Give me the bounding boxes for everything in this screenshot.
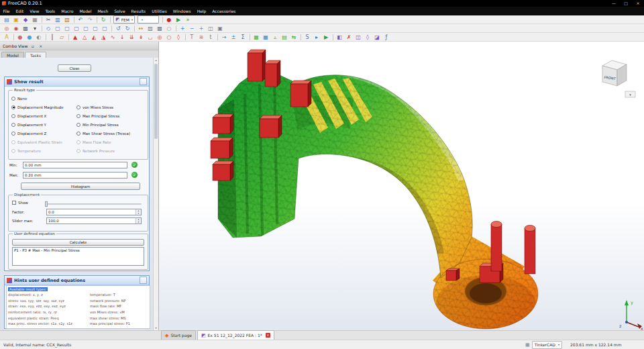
fit-selection-icon[interactable]: ◉ [12,25,20,32]
fem-material-reinforced-icon[interactable]: ◐ [35,34,43,41]
fem-mesh-group-icon[interactable]: ▤ [280,34,288,41]
fem-constraint-gear-icon[interactable]: ◎ [156,34,164,41]
fem-beam-section-icon[interactable]: ┃ [48,34,56,41]
radio-temperature[interactable]: Temperature [11,146,76,155]
fem-model-body[interactable] [159,42,644,330]
fem-solver-control-icon[interactable]: ▸ [313,34,321,41]
radio-displacement-y[interactable]: Displacement Y [11,120,76,129]
menu-windows[interactable]: Windows [170,7,194,15]
fem-constraint-plane-rotation-icon[interactable]: ◊ [174,34,182,41]
close-button[interactable]: × [632,0,644,7]
measure-distance-icon[interactable]: ↔ [137,25,145,32]
fem-post-function-icon[interactable]: ƒ [382,34,390,41]
menu-tools[interactable]: Tools [42,7,58,15]
open-file-icon[interactable]: ▣ [12,16,20,23]
texture-mapping-icon[interactable]: ▩ [156,25,164,32]
fem-constraint-initial-temperature-icon[interactable]: t [207,34,215,41]
calculate-button[interactable]: Calculate [12,239,144,246]
fem-mesh-netgen-icon[interactable]: ▦ [262,34,270,41]
fem-constraint-pulley-icon[interactable]: ○ [165,34,173,41]
rotate-left-icon[interactable]: ↺ [114,25,122,32]
radio-mass-flow-rate[interactable]: Mass Flow Rate [76,138,146,146]
show-checkbox[interactable] [12,201,16,205]
radio-displacement-x[interactable]: Displacement X [11,111,76,120]
new-file-icon[interactable]: ▤ [3,16,11,23]
fem-mesh-gmsh-icon[interactable]: ▦ [252,34,260,41]
3d-viewport[interactable]: FRONT ▾ y x z [159,42,644,330]
menu-accessories[interactable]: Accessories [209,7,239,15]
draw-style-arrow-icon[interactable]: ▾ [31,25,39,32]
fem-equation-icon[interactable]: Σ [239,34,247,41]
maximize-button[interactable]: □ [620,0,632,7]
radio-displacement-z[interactable]: Displacement Z [11,129,76,138]
fem-post-pipeline-icon[interactable]: ◫ [354,34,362,41]
redo-icon[interactable]: ↷ [86,16,94,23]
axis-cross-icon[interactable]: + [197,25,205,32]
tab-close-icon[interactable]: × [266,333,270,338]
fem-shell-thickness-icon[interactable]: ▱ [58,34,66,41]
stereo-view-icon[interactable]: ◫ [207,25,215,32]
toggle-visibility-icon[interactable]: ○ [165,25,173,32]
fem-post-warp-filter-icon[interactable]: ◊ [364,34,372,41]
copy-icon[interactable]: ▥ [54,16,62,23]
view-front-icon[interactable]: ▢ [54,25,62,32]
view-left-icon[interactable]: ▢ [101,25,109,32]
displacement-slider-handle[interactable] [45,201,48,207]
panel-float-icon[interactable]: ▫ [30,44,36,48]
menu-utilities[interactable]: Utilities [149,7,170,15]
radio-von-mises-stress[interactable]: von Mises Stress [76,103,146,111]
fem-constraint-self-weight-icon[interactable]: ↡ [137,34,145,41]
fem-constraint-bearing-icon[interactable]: ◡ [146,34,154,41]
draw-style-icon[interactable]: ▩ [21,25,30,32]
factor-spinbox[interactable]: 0.0 ▴▾ [46,209,142,215]
nav-cube-menu-button[interactable]: ▾ [625,91,635,97]
menu-results[interactable]: Results [128,7,149,15]
menu-file[interactable]: File [0,7,13,15]
fem-constraint-contact-icon[interactable]: ◭ [90,34,98,41]
navigation-style-selector[interactable]: TinkerCAD ▾ [532,341,562,349]
minimize-button[interactable]: — [608,0,620,7]
radio-displacement-magnitude[interactable]: Displacement Magnitude [11,103,76,111]
fem-solver-calculix-icon[interactable]: S [303,34,311,41]
fem-result-show-icon[interactable]: ◧ [335,34,343,41]
factor-spin-arrows[interactable]: ▴▾ [136,209,141,215]
document-tab-start-page[interactable]: ◆Start page [161,330,196,340]
radio-min-principal-stress[interactable]: Min Principal Stress [76,120,146,129]
view-bottom-icon[interactable]: ▢ [91,25,99,32]
panel-close-icon[interactable]: × [38,44,44,48]
dock-views-icon[interactable]: ▣ [216,25,224,32]
radio-equivalent-plastic-strain[interactable]: Equivalent Plastic Strain [11,138,76,146]
menu-edit[interactable]: Edit [13,7,27,15]
workbench-selector[interactable]: ◩FEM▾ [113,15,135,23]
equation-input[interactable]: P1 - P3 # Max - Min Principal Stress [12,247,144,266]
menu-view[interactable]: View [27,7,42,15]
save-icon[interactable]: ◆ [21,16,30,23]
macro-record-icon[interactable]: ● [165,16,173,23]
macro-play-icon[interactable]: ▶ [174,16,182,23]
menu-macro[interactable]: Macro [58,7,76,15]
fem-constraint-temperature-icon[interactable]: T [188,34,196,41]
navigation-cube[interactable]: FRONT ▾ [602,60,635,97]
view-rear-icon[interactable]: ▢ [82,25,90,32]
cut-icon[interactable]: ✂ [44,16,52,23]
fem-constraint-force-icon[interactable]: ↓ [118,34,126,41]
fem-mesh-refinement-icon[interactable]: ▵ [271,34,279,41]
slider-max-spin-arrows[interactable]: ▴▾ [136,218,141,223]
radio-none[interactable]: None [11,94,76,103]
section-collapse-button[interactable] [140,78,147,85]
fem-material-solid-icon[interactable]: ● [16,34,24,41]
refresh-icon[interactable]: ↻ [99,16,107,23]
macro-selector[interactable]: ▾ [138,15,159,23]
fem-post-scalar-clip-icon[interactable]: ◪ [373,34,381,41]
fem-constraint-heatflux-icon[interactable]: ≋ [197,34,205,41]
panel-scrollbar[interactable]: ▴ ▾ [153,58,158,330]
fem-mesh-to-mesh-icon[interactable]: ⇆ [290,34,298,41]
fem-solver-run-icon[interactable]: ▶ [322,34,330,41]
section-collapse-button[interactable] [140,277,147,284]
menu-model[interactable]: Model [76,7,95,15]
zoom-out-icon[interactable]: − [188,25,196,32]
fem-constraint-spring-icon[interactable]: ∿ [109,34,117,41]
scroll-down-icon[interactable]: ▾ [154,326,158,330]
fem-constraint-tie-icon[interactable]: ◮ [99,34,107,41]
rotate-right-icon[interactable]: ↻ [123,25,131,32]
